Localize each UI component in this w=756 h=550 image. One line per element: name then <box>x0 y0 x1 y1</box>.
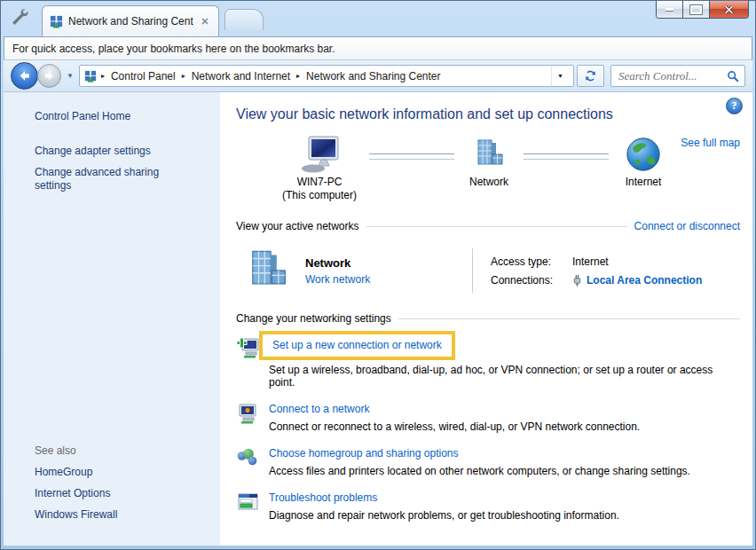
map-computer-label: WIN7-PC <box>297 176 343 189</box>
wrench-icon[interactable] <box>9 7 28 27</box>
main-panel: ? View your basic network information an… <box>220 92 752 546</box>
connect-to-network-link[interactable]: Connect to a network <box>269 403 369 415</box>
settings-item-homegroup-options: Choose homegroup and sharing options Acc… <box>236 446 740 477</box>
back-button[interactable] <box>11 62 38 90</box>
close-button[interactable] <box>710 1 748 18</box>
back-arrow-icon <box>18 69 31 82</box>
choose-homegroup-description: Access files and printers located on oth… <box>269 465 690 477</box>
active-network-details: Access type: Internet Connections: Local… <box>491 255 702 287</box>
see-full-map-link[interactable]: See full map <box>681 137 740 149</box>
active-network-name: Network <box>305 256 370 270</box>
panel-divider <box>472 248 473 293</box>
settings-item-connect-to-network: Connect to a network Connect or reconnec… <box>236 402 740 433</box>
maximize-button[interactable] <box>683 1 710 18</box>
search-box <box>610 65 745 87</box>
active-network-text: Network Work network <box>305 256 370 286</box>
tab-title: Network and Sharing Cent <box>68 15 193 28</box>
bookmarks-hint-text: For quick access, place your bookmarks h… <box>12 43 335 55</box>
map-network-label: Network <box>469 176 508 189</box>
network-sharing-center-icon <box>50 15 63 28</box>
access-type-label: Access type: <box>491 255 572 268</box>
bookmarks-bar: For quick access, place your bookmarks h… <box>4 36 752 60</box>
active-networks-header-label: View your active networks <box>236 220 366 232</box>
help-button[interactable]: ? <box>726 98 743 114</box>
sidebar-item-homegroup[interactable]: HomeGroup <box>35 466 211 479</box>
networking-settings-section-header: Change your networking settings <box>236 312 740 325</box>
globe-icon[interactable] <box>625 133 662 176</box>
maximize-icon <box>690 5 702 14</box>
minimize-icon <box>665 8 673 11</box>
address-bar[interactable]: ▸ Control Panel ▸ Network and Internet ▸… <box>79 65 574 87</box>
map-internet-label: Internet <box>626 176 662 189</box>
sidebar-item-control-panel-home[interactable]: Control Panel Home <box>35 110 211 123</box>
section-divider <box>398 318 740 319</box>
map-connector <box>524 153 609 160</box>
sidebar-item-internet-options[interactable]: Internet Options <box>35 487 211 500</box>
sidebar: Control Panel Home Change adapter settin… <box>4 92 220 546</box>
work-network-link[interactable]: Work network <box>305 273 370 286</box>
active-network-summary: Network Work network <box>243 247 472 295</box>
forward-button[interactable] <box>37 64 61 88</box>
computer-icon[interactable] <box>298 133 341 176</box>
connections-label: Connections: <box>491 274 572 287</box>
map-node-computer: WIN7-PC (This computer) <box>270 133 369 202</box>
recent-pages-dropdown[interactable]: ▼ <box>64 72 76 80</box>
search-input[interactable] <box>617 68 727 84</box>
connect-network-icon[interactable] <box>236 402 260 426</box>
title-bar: Network and Sharing Cent <box>1 1 755 36</box>
networking-settings-header-label: Change your networking settings <box>236 312 398 325</box>
map-computer-sublabel: (This computer) <box>282 189 357 202</box>
map-node-network: Network <box>454 133 524 189</box>
navigation-bar: ▼ ▸ Control Panel ▸ Network and Internet… <box>4 60 752 92</box>
troubleshoot-problems-link[interactable]: Troubleshoot problems <box>269 491 377 504</box>
minimize-button[interactable] <box>657 1 683 18</box>
active-networks-section-header: View your active networks Connect or dis… <box>236 220 740 232</box>
breadcrumb-item-network-and-sharing-center[interactable]: Network and Sharing Center <box>303 68 444 84</box>
map-connector <box>369 153 454 160</box>
page-title: View your basic network information and … <box>236 106 740 122</box>
address-dropdown-icon[interactable]: ▼ <box>551 66 569 86</box>
new-connection-icon[interactable] <box>236 335 260 359</box>
settings-item-troubleshoot: Troubleshoot problems Diagnose and repai… <box>236 491 740 522</box>
highlight-annotation: Set up a new connection or network <box>259 331 455 360</box>
search-icon[interactable] <box>727 70 739 82</box>
forward-arrow-icon <box>43 70 55 82</box>
map-node-internet: Internet <box>609 133 678 189</box>
breadcrumb-separator-icon: ▸ <box>295 72 302 80</box>
settings-item-new-connection: Set up a new connection or network Set u… <box>236 335 740 389</box>
breadcrumb-item-network-and-internet[interactable]: Network and Internet <box>188 68 294 84</box>
tab-close-icon[interactable] <box>199 15 211 28</box>
sidebar-item-windows-firewall[interactable]: Windows Firewall <box>35 508 211 522</box>
troubleshoot-icon[interactable] <box>236 491 260 515</box>
help-icon: ? <box>732 99 737 113</box>
active-network-panel: Network Work network Access type: Intern… <box>232 232 740 307</box>
sidebar-item-change-adapter-settings[interactable]: Change adapter settings <box>35 145 211 158</box>
close-icon <box>724 5 734 14</box>
troubleshoot-description: Diagnose and repair network problems, or… <box>269 509 619 522</box>
refresh-button[interactable] <box>577 65 604 87</box>
breadcrumb-separator-icon: ▸ <box>180 72 187 80</box>
access-type-value: Internet <box>572 255 702 268</box>
new-tab-button[interactable] <box>224 9 264 30</box>
choose-homegroup-link[interactable]: Choose homegroup and sharing options <box>269 447 458 460</box>
section-divider <box>366 226 627 227</box>
sidebar-spacer <box>35 200 211 444</box>
sidebar-item-change-advanced-sharing-settings[interactable]: Change advanced sharing settings <box>35 166 168 192</box>
local-area-connection-link[interactable]: Local Area Connection <box>587 274 702 287</box>
setup-new-connection-description: Set up a wireless, broadband, dial-up, a… <box>269 364 740 389</box>
window-controls <box>656 1 749 19</box>
network-building-icon <box>243 247 291 295</box>
setup-new-connection-link[interactable]: Set up a new connection or network <box>272 339 442 351</box>
browser-tab[interactable]: Network and Sharing Cent <box>42 5 219 36</box>
address-location-icon <box>84 70 97 82</box>
connect-or-disconnect-link[interactable]: Connect or disconnect <box>634 220 740 232</box>
connect-to-network-description: Connect or reconnect to a wireless, wire… <box>269 420 640 433</box>
content-area: Control Panel Home Change adapter settin… <box>4 92 752 546</box>
breadcrumb-separator-icon: ▸ <box>99 72 106 80</box>
homegroup-icon[interactable] <box>236 446 260 470</box>
building-icon[interactable] <box>471 133 507 176</box>
window-frame: Network and Sharing Cent For quick acces… <box>0 0 756 550</box>
see-also-header: See also <box>35 444 211 457</box>
network-map: WIN7-PC (This computer) Networ <box>270 133 740 215</box>
breadcrumb-item-control-panel[interactable]: Control Panel <box>107 68 179 84</box>
